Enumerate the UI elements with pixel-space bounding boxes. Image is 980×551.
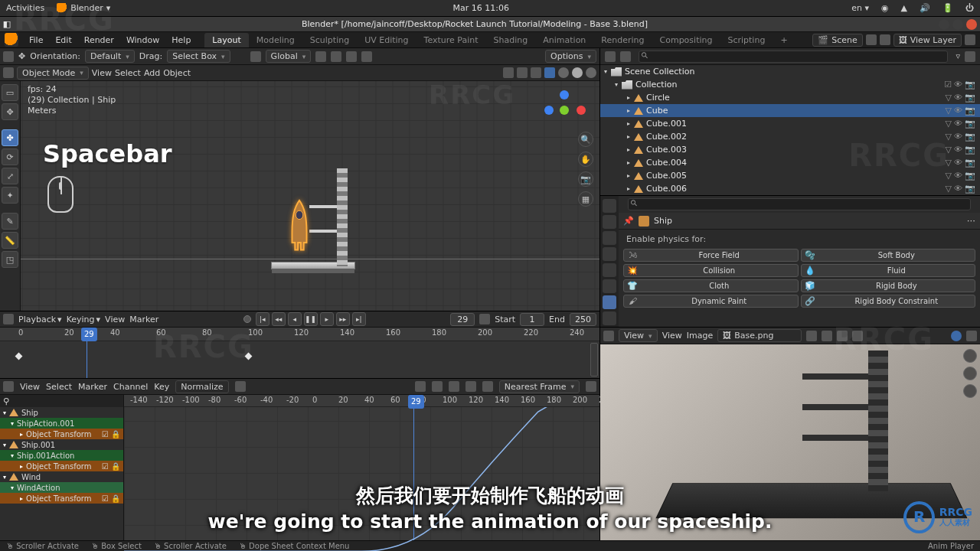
outliner-tree[interactable]: ▾Scene Collection ▾Collection☑👁📷 ▸Circle…: [600, 65, 980, 195]
menu-render[interactable]: Render: [78, 35, 120, 45]
eye-icon[interactable]: 👁: [954, 93, 962, 103]
outliner-item[interactable]: ▸Cube.002▽👁📷: [600, 130, 980, 143]
eye-icon[interactable]: 👁: [954, 119, 962, 129]
tab-sculpting[interactable]: Sculpting: [302, 33, 357, 47]
normalize-toggle[interactable]: Normalize: [175, 380, 228, 393]
tab-modeling[interactable]: Modeling: [249, 33, 302, 47]
nav-gizmo[interactable]: [549, 86, 590, 127]
play-icon[interactable]: ▸: [320, 312, 334, 326]
ge-pivot-icon[interactable]: [586, 381, 596, 392]
shading-rendered-icon[interactable]: [586, 67, 596, 78]
orientation-dropdown[interactable]: Default: [85, 50, 135, 63]
outliner-item[interactable]: ▸Cube.006▽👁📷: [600, 182, 980, 195]
outliner-item[interactable]: ▸Circle▽👁📷: [600, 91, 980, 104]
outliner-item[interactable]: ▸Cube.003▽👁📷: [600, 143, 980, 156]
tree-collection[interactable]: ▾Collection☑👁📷: [600, 78, 980, 91]
xray-icon[interactable]: [531, 67, 541, 78]
physics-button[interactable]: 👕Cloth: [623, 279, 799, 292]
outliner-search[interactable]: [639, 51, 948, 63]
image-mode[interactable]: View: [619, 329, 658, 342]
clock[interactable]: Mar 16 11:06: [110, 3, 851, 13]
tab-uv[interactable]: UV Editing: [357, 33, 416, 47]
tab-layout[interactable]: Layout: [204, 33, 248, 47]
snap-mode-dropdown[interactable]: Nearest Frame: [499, 380, 580, 393]
prev-key-icon[interactable]: ◂◂: [272, 312, 286, 326]
shading-solid-icon[interactable]: [544, 67, 555, 78]
physics-button[interactable]: 🖌Dynamic Paint: [623, 295, 799, 308]
render-icon[interactable]: 📷: [965, 80, 975, 90]
timeline-playback[interactable]: Playback ▾: [18, 315, 62, 324]
prop-tab-scene[interactable]: [603, 247, 616, 261]
tab-add[interactable]: +: [773, 33, 795, 47]
menu-help[interactable]: Help: [165, 35, 197, 45]
ge-snap-icon[interactable]: [482, 381, 493, 392]
keyframe-diamond[interactable]: [245, 353, 253, 360]
image-new-icon[interactable]: [822, 331, 832, 341]
filter-icon[interactable]: ▿: [956, 51, 960, 61]
view3d-menu-select[interactable]: Select: [115, 68, 141, 78]
scene-selector[interactable]: 🎬Scene: [812, 34, 863, 47]
eye-icon[interactable]: 👁: [954, 145, 962, 155]
shading-wire-icon[interactable]: [558, 67, 569, 78]
graph-editor-icon[interactable]: [3, 381, 14, 392]
render-icon[interactable]: 📷: [965, 93, 975, 103]
render-icon[interactable]: 📷: [965, 106, 975, 116]
graph-ruler[interactable]: -140-120-100-80-60-40-200204060801001201…: [124, 395, 599, 407]
ge-filter-icon[interactable]: [466, 381, 476, 392]
rocket-mesh-selected[interactable]: [285, 199, 314, 259]
render-icon[interactable]: 📷: [965, 184, 975, 194]
eye-icon[interactable]: 👁: [954, 132, 962, 142]
overlay-toggle-icon[interactable]: [517, 67, 528, 78]
tool-measure[interactable]: 📏: [2, 232, 18, 249]
tool-addcube[interactable]: ◳: [2, 251, 18, 268]
physics-button[interactable]: 🧊Rigid Body: [801, 279, 976, 292]
global-dropdown[interactable]: Global: [266, 50, 312, 63]
outliner-editor-icon[interactable]: [605, 51, 616, 62]
jump-end-icon[interactable]: ▸|: [352, 312, 366, 326]
tool-move[interactable]: ✤: [2, 129, 18, 146]
eye-icon[interactable]: 👁: [954, 106, 962, 116]
graph-channel-row[interactable]: ▾Wind: [0, 471, 123, 482]
perspective-icon[interactable]: ▦: [578, 191, 593, 207]
new-collection-icon[interactable]: [965, 51, 975, 62]
physics-button[interactable]: 💥Collision: [623, 264, 799, 277]
end-frame-field[interactable]: 250: [570, 313, 596, 326]
prop-tab-world[interactable]: [603, 263, 616, 277]
menu-edit[interactable]: Edit: [49, 35, 77, 45]
summary-collapse-icon[interactable]: [590, 343, 598, 377]
network-icon[interactable]: ▲: [901, 3, 907, 13]
tool-rotate[interactable]: ⟳: [2, 148, 18, 165]
outliner-mode-icon[interactable]: [620, 51, 631, 62]
outliner-item[interactable]: ▸Cube▽👁📷: [600, 104, 980, 117]
camera-icon[interactable]: 📷: [578, 171, 593, 187]
shading-material-icon[interactable]: [572, 67, 583, 78]
transform-orient-icon[interactable]: [250, 51, 261, 62]
drag-dropdown[interactable]: Select Box: [167, 50, 230, 63]
view3d-editor-icon[interactable]: [3, 67, 14, 78]
view3d-menu-add[interactable]: Add: [144, 68, 160, 78]
graph-channel-row[interactable]: ▸Object Transform☑ 🔒: [0, 429, 123, 439]
close-button[interactable]: [966, 19, 977, 30]
prop-tab-object[interactable]: [603, 279, 616, 293]
viewlayer-selector[interactable]: 🖼View Layer: [893, 34, 962, 47]
volume-icon[interactable]: 🔊: [920, 3, 930, 13]
view3d-menu-view[interactable]: View: [92, 68, 112, 78]
eye-icon[interactable]: 👁: [954, 80, 962, 90]
ge-prop-icon[interactable]: [415, 381, 426, 392]
graph-channel-row[interactable]: ▾Ship.001Action: [0, 450, 123, 461]
image-menu-view[interactable]: View: [662, 331, 682, 341]
menu-window[interactable]: Window: [120, 35, 165, 45]
render-icon[interactable]: 📷: [965, 171, 975, 181]
prop-tab-render[interactable]: [603, 199, 616, 213]
graph-key[interactable]: Key: [154, 382, 169, 392]
gizmo-toggle-icon[interactable]: [503, 67, 514, 78]
options-dropdown[interactable]: Options: [545, 50, 596, 63]
physics-button[interactable]: 🔗Rigid Body Constraint: [801, 295, 976, 308]
physics-button[interactable]: 💧Fluid: [801, 264, 976, 277]
snap-icon[interactable]: [331, 51, 341, 62]
normalize-auto-icon[interactable]: [235, 381, 246, 392]
outliner-item[interactable]: ▸Cube.005▽👁📷: [600, 169, 980, 182]
ge-cursor-icon[interactable]: [449, 381, 459, 392]
ge-handle-icon[interactable]: [432, 381, 443, 392]
tab-rendering[interactable]: Rendering: [593, 33, 652, 47]
